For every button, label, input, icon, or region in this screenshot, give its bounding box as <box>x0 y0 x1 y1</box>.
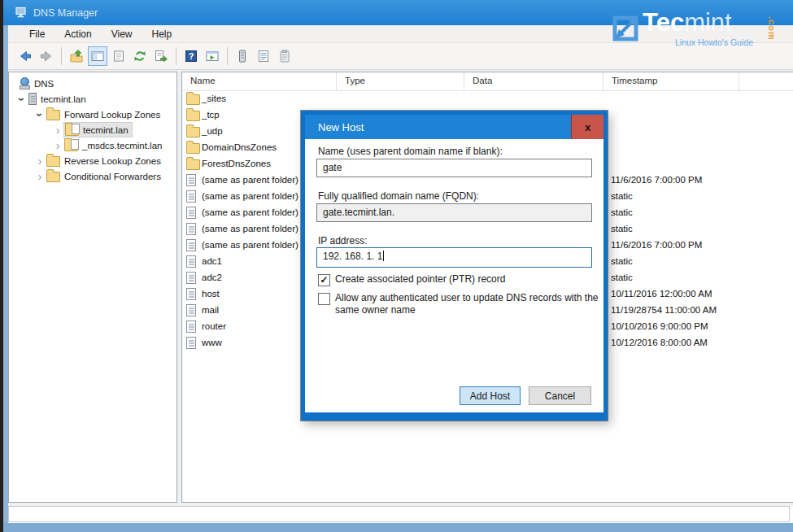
folder-icon <box>186 143 200 154</box>
folder-icon <box>186 111 200 121</box>
svg-text:?: ? <box>189 51 194 61</box>
window-title: DNS Manager <box>33 7 98 19</box>
chevron-collapsed-icon[interactable] <box>33 171 46 182</box>
column-header-type[interactable]: Type <box>337 72 464 90</box>
cancel-button[interactable]: Cancel <box>529 386 591 405</box>
list-header: Name Type Data Timestamp <box>182 72 793 91</box>
menu-view[interactable]: View <box>103 27 141 41</box>
ip-address-field-label: IP address: <box>318 235 367 246</box>
folder-icon <box>46 156 60 167</box>
close-icon[interactable]: x <box>571 115 603 139</box>
new-host-dialog: New Host x Name (uses parent domain name… <box>301 111 608 421</box>
chevron-expanded-icon[interactable] <box>33 109 46 120</box>
column-header-name[interactable]: Name <box>182 72 337 90</box>
tecmint-wordmark: Tecmint <box>643 8 732 37</box>
menu-action[interactable]: Action <box>56 27 99 41</box>
column-header-filler <box>739 72 793 90</box>
help-icon[interactable]: ? <box>181 46 201 66</box>
chevron-expanded-icon[interactable] <box>15 94 28 105</box>
record-icon <box>186 255 196 268</box>
ip-address-value: 192. 168. 1. 1 <box>323 251 382 262</box>
record-icon <box>186 272 196 284</box>
zone-icon <box>64 141 78 151</box>
allow-update-option[interactable]: Allow any authenticated user to update D… <box>318 292 603 316</box>
folder-icon <box>46 172 60 182</box>
ip-address-field[interactable]: 192. 168. 1. 1 <box>316 247 592 268</box>
record-icon <box>186 304 196 316</box>
text-caret <box>383 251 384 261</box>
selected-tree-item[interactable]: tecmint.lan <box>64 123 132 137</box>
console-tree-panel: DNS tecmint.lan Forward Lookup Zones <box>8 72 177 503</box>
allow-update-label: Allow any authenticated user to update D… <box>335 292 603 316</box>
folder-icon <box>186 127 200 137</box>
menu-help[interactable]: Help <box>144 27 181 41</box>
export-list-icon[interactable] <box>151 46 171 66</box>
record-icon <box>186 207 196 219</box>
back-icon[interactable] <box>15 46 35 66</box>
sidebar-item-dns-root[interactable]: DNS <box>9 76 176 91</box>
column-header-data[interactable]: Data <box>464 72 603 90</box>
sidebar-item-zone-tecmint-lan[interactable]: tecmint.lan <box>9 122 176 137</box>
add-host-button[interactable]: Add Host <box>460 386 521 405</box>
column-header-timestamp[interactable]: Timestamp <box>603 72 739 90</box>
chevron-collapsed-icon[interactable] <box>51 124 64 136</box>
up-one-level-icon[interactable] <box>67 46 86 66</box>
refresh-icon[interactable] <box>130 46 150 66</box>
record-icon <box>186 337 196 349</box>
menu-file[interactable]: File <box>21 27 53 41</box>
sidebar-item-reverse-lookup-zones[interactable]: Reverse Lookup Zones <box>9 153 176 168</box>
dns-manager-app-icon <box>15 7 27 19</box>
server-icon[interactable] <box>233 46 252 66</box>
tecmint-tagline: Linux Howto's Guide <box>675 37 753 47</box>
folder-icon <box>186 159 200 170</box>
properties-icon[interactable] <box>109 46 129 66</box>
sidebar-item-conditional-forwarders[interactable]: Conditional Forwarders <box>9 168 176 184</box>
record-list-icon[interactable] <box>254 46 273 66</box>
new-window-icon[interactable] <box>203 46 222 66</box>
sidebar-item-msdcs-tecmint-lan[interactable]: _msdcs.tecmint.lan <box>9 137 176 153</box>
dialog-body: Name (uses parent domain name if blank):… <box>305 139 603 412</box>
tecmint-com-suffix: .com <box>767 16 777 41</box>
bottom-strip <box>3 523 793 532</box>
toolbar-separator <box>227 47 228 65</box>
tecmint-logo-icon <box>612 15 639 42</box>
sidebar-item-forward-lookup-zones[interactable]: Forward Lookup Zones <box>9 107 176 122</box>
ptr-record-option[interactable]: ✓ Create associated pointer (PTR) record <box>318 273 505 286</box>
folder-icon <box>186 94 200 105</box>
show-console-tree-icon[interactable] <box>88 46 107 66</box>
zone-icon <box>65 125 79 136</box>
dialog-title-bar[interactable]: New Host x <box>305 115 603 139</box>
fqdn-field[interactable]: gate.tecmint.lan. <box>316 203 592 222</box>
ptr-record-label: Create associated pointer (PTR) record <box>335 273 505 286</box>
toolbar-separator <box>61 47 62 65</box>
chevron-collapsed-icon[interactable] <box>33 155 46 167</box>
record-icon <box>186 174 196 186</box>
server-icon <box>28 93 37 105</box>
checkbox-unchecked-icon[interactable] <box>318 293 330 305</box>
name-field-label: Name (uses parent domain name if blank): <box>318 146 503 157</box>
record-icon <box>186 190 196 203</box>
sidebar-item-server-tecmint-lan[interactable]: tecmint.lan <box>9 91 176 107</box>
record-icon <box>186 288 196 300</box>
fqdn-field-label: Fully qualified domain name (FQDN): <box>318 190 479 202</box>
status-bar <box>8 506 790 522</box>
screen: DNS Manager Tecmint .com Linux Howto's G… <box>0 0 793 532</box>
tecmint-logo: Tecmint .com Linux Howto's Guide <box>607 3 793 50</box>
forward-icon[interactable] <box>37 46 56 66</box>
toolbar-separator <box>176 47 176 65</box>
checkbox-checked-icon[interactable]: ✓ <box>318 274 330 286</box>
clipboard-icon[interactable] <box>275 46 294 66</box>
chevron-collapsed-icon[interactable] <box>51 140 64 151</box>
record-icon <box>186 223 196 235</box>
record-icon <box>186 239 196 251</box>
folder-icon <box>46 110 60 120</box>
dialog-title: New Host <box>318 121 364 133</box>
table-row[interactable]: _sites <box>182 91 793 107</box>
dns-root-icon <box>19 77 30 89</box>
name-field[interactable]: gate <box>316 159 592 177</box>
record-icon <box>186 321 196 333</box>
